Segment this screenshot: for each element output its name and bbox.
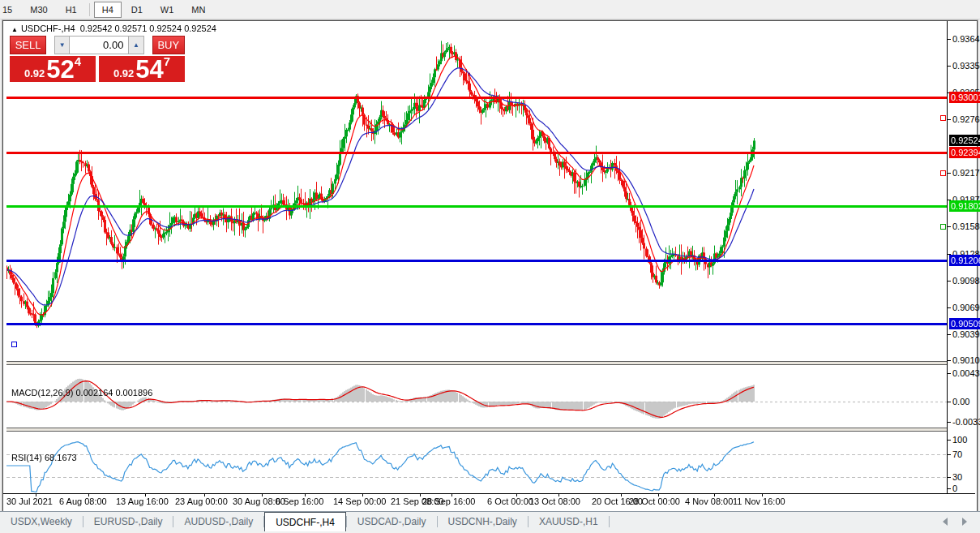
- axis-tick: [948, 454, 951, 455]
- price-tick-label: 0.90100: [952, 355, 980, 365]
- axis-tick: [948, 477, 951, 478]
- chart-window: ▲USDCHF-,H4 0.92542 0.92571 0.92524 0.92…: [2, 20, 978, 512]
- timeframe-button-d1[interactable]: D1: [123, 2, 151, 18]
- chart-title: ▲USDCHF-,H4 0.92542 0.92571 0.92524 0.92…: [11, 24, 216, 33]
- chart-tab-usdcad-daily[interactable]: USDCAD-,Daily: [347, 512, 437, 531]
- collapse-panel-icon[interactable]: ▲: [11, 26, 18, 33]
- timeframe-button-m30[interactable]: M30: [22, 2, 55, 18]
- price-badge: 0.93001: [949, 92, 980, 103]
- line-drag-handle[interactable]: [940, 170, 946, 176]
- axis-tick: [948, 373, 951, 374]
- tab-scroll-right-icon[interactable]: [962, 518, 967, 526]
- macd-tick-label: 0.00: [952, 397, 969, 406]
- chart-canvas[interactable]: [6, 21, 947, 509]
- timeframe-button-15[interactable]: 15: [0, 2, 20, 18]
- date-tick-label: 28 Sep 16:00: [422, 496, 475, 506]
- axis-tick: [948, 66, 951, 67]
- date-tick-label: 28 Oct 00:00: [629, 496, 680, 506]
- axis-tick: [948, 173, 951, 174]
- price-tick-label: 0.93645: [952, 34, 980, 44]
- date-tick-label: 13 Aug 16:00: [116, 496, 169, 506]
- chart-tab-usdchf-h4[interactable]: USDCHF-,H4: [264, 512, 346, 531]
- chart-tab-xauusd-h1[interactable]: XAUUSD-,H1: [529, 512, 609, 531]
- rsi-tick-label: 100: [952, 435, 967, 445]
- axis-tick: [948, 422, 951, 423]
- sell-price-big: 52: [46, 59, 74, 80]
- price-badge: 0.90509: [949, 318, 980, 329]
- price-badge: 0.91206: [949, 255, 980, 266]
- rsi-tick-label: 70: [952, 449, 962, 459]
- sell-price-display[interactable]: 0.92 52 4: [10, 56, 96, 82]
- chart-symbol-label: USDCHF-,H4: [21, 24, 75, 33]
- date-tick-label: 6 Aug 08:00: [59, 496, 107, 506]
- sell-button[interactable]: SELL: [10, 36, 46, 54]
- date-tick-label: 30 Jul 2021: [6, 496, 53, 506]
- chart-ohlc-values: 0.92542 0.92571 0.92524 0.92524: [80, 24, 216, 33]
- volume-increase-icon[interactable]: ▲: [128, 36, 143, 54]
- date-tick-label: 23 Aug 00:00: [175, 496, 228, 506]
- date-tick-label: 6 Oct 00:00: [487, 496, 533, 506]
- timeframe-button-mn[interactable]: MN: [183, 2, 213, 18]
- price-badge: 0.91802: [949, 200, 980, 212]
- line-drag-handle[interactable]: [11, 342, 17, 347]
- date-tick-label: 13 Oct 08:00: [529, 496, 580, 506]
- macd-tick-label: -0.00336: [952, 417, 980, 427]
- sell-price-pip: 4: [75, 54, 81, 68]
- date-tick-label: 4 Nov 08:00: [685, 496, 733, 506]
- axis-tick: [948, 402, 951, 402]
- price-tick-label: 0.92760: [952, 114, 980, 124]
- axis-tick: [948, 488, 951, 489]
- rsi-tick-label: 0: [952, 484, 957, 493]
- axis-tick: [948, 334, 951, 335]
- timeframe-toolbar: 15M30H1H4D1W1MN: [0, 0, 980, 19]
- date-tick-label: 6 Sep 16:00: [276, 496, 323, 506]
- buy-button[interactable]: BUY: [152, 36, 185, 54]
- price-tick-label: 0.90395: [952, 329, 980, 339]
- price-tick-label: 0.91580: [952, 221, 980, 231]
- rsi-label: RSI(14) 68.1673: [11, 453, 77, 462]
- axis-tick: [948, 360, 951, 361]
- chart-tab-usdx-weekly[interactable]: USDX,Weekly: [0, 512, 83, 531]
- buy-price-display[interactable]: 0.92 54 7: [99, 56, 185, 82]
- volume-decrease-icon[interactable]: ▼: [54, 36, 70, 54]
- line-drag-handle[interactable]: [940, 224, 946, 230]
- macd-tick-label: 0.004366: [952, 368, 980, 378]
- timeframe-button-h1[interactable]: H1: [58, 2, 85, 18]
- volume-input[interactable]: [70, 36, 128, 54]
- axis-tick: [948, 39, 951, 40]
- price-tick-label: 0.93350: [952, 61, 980, 71]
- axis-tick: [948, 307, 951, 308]
- axis-tick: [948, 119, 951, 120]
- line-drag-handle[interactable]: [940, 115, 946, 121]
- tab-scroll-left-icon[interactable]: [943, 518, 948, 526]
- macd-label: MACD(12,26,9) 0.002164 0.001896: [11, 388, 152, 398]
- chart-tab-usdcnh-daily[interactable]: USDCNH-,Daily: [438, 512, 528, 531]
- rsi-tick-label: 30: [952, 472, 962, 482]
- price-tick-label: 0.90690: [952, 303, 980, 312]
- price-axis: 0.936450.933500.930550.927600.921700.918…: [947, 21, 975, 493]
- price-tick-label: 0.92170: [952, 168, 980, 178]
- timeframe-button-h4[interactable]: H4: [94, 2, 122, 18]
- axis-tick: [948, 226, 951, 227]
- price-badge: 0.92524: [949, 135, 980, 146]
- buy-price-big: 54: [135, 59, 163, 80]
- price-tick-label: 0.90985: [952, 276, 980, 286]
- sell-price-prefix: 0.92: [24, 67, 45, 80]
- chart-tab-bar: USDX,WeeklyEURUSD-,DailyAUDUSD-,DailyUSD…: [0, 511, 980, 531]
- chart-tab-eurusd-daily[interactable]: EURUSD-,Daily: [83, 512, 173, 531]
- buy-price-pip: 7: [164, 54, 170, 68]
- buy-price-prefix: 0.92: [113, 67, 134, 80]
- one-click-trading-panel: SELL ▼ ▲ BUY 0.92 52 4 0.92 54 7: [10, 36, 185, 82]
- date-tick-label: 11 Nov 16:00: [733, 496, 785, 506]
- chart-tab-audusd-daily[interactable]: AUDUSD-,Daily: [173, 512, 263, 531]
- tab-separator: [609, 516, 610, 527]
- axis-tick: [948, 440, 951, 441]
- toolbar-separator: [89, 3, 90, 16]
- date-axis-separator: [3, 493, 975, 494]
- timeframe-button-w1[interactable]: W1: [152, 2, 182, 18]
- price-badge: 0.92394: [949, 147, 980, 158]
- date-tick-label: 14 Sep 00:00: [333, 496, 386, 506]
- axis-tick: [948, 281, 951, 282]
